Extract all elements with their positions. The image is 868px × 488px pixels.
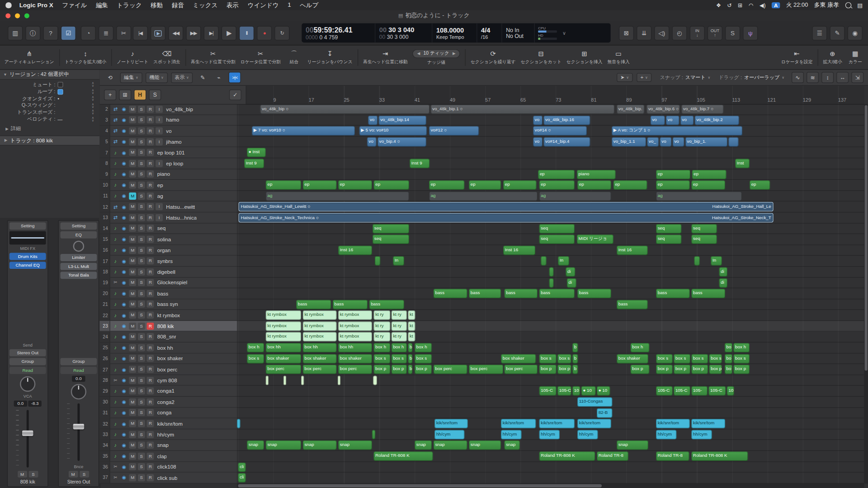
track-lane[interactable]: 82-B	[237, 408, 864, 418]
cut-section-button[interactable]: ⊟セクションをカット	[520, 50, 561, 65]
solo-button[interactable]: S	[138, 290, 145, 297]
region[interactable]: box s	[247, 354, 264, 363]
record-enable-button[interactable]: R	[146, 203, 154, 211]
region[interactable]: box s	[656, 354, 673, 363]
track-row[interactable]: 36✂◉MSRclick108	[99, 462, 237, 473]
region-parameter-row[interactable]: ループ :∧∨	[0, 88, 98, 95]
parameter-widget[interactable]	[57, 82, 63, 88]
region[interactable]: box s	[374, 354, 391, 363]
strip-mute-button[interactable]: M	[68, 471, 78, 478]
track-row[interactable]: 11♪◉MSRag	[99, 191, 237, 202]
track-power-button[interactable]: ◉	[121, 432, 127, 437]
region[interactable]: kt ry	[374, 310, 391, 320]
pan-knob[interactable]	[20, 376, 35, 392]
track-power-button[interactable]: ◉	[121, 388, 127, 394]
region[interactable]: bass	[656, 289, 690, 298]
region[interactable]: bass	[539, 289, 575, 298]
region[interactable]: Inst	[735, 159, 750, 168]
region[interactable]: vo_bip_1.	[685, 137, 727, 146]
track-power-button[interactable]: ◉	[121, 171, 127, 177]
region[interactable]: kt rymbox	[266, 310, 301, 320]
track-power-button[interactable]: ◉	[121, 160, 127, 166]
track-power-button[interactable]: ◉	[121, 117, 127, 122]
track-lane[interactable]: seqseqseqseq	[237, 223, 864, 234]
solo-button[interactable]: S	[138, 127, 145, 135]
region[interactable]: bass	[369, 300, 404, 309]
mute-button[interactable]: M	[129, 247, 136, 254]
solo-button[interactable]: S	[138, 268, 145, 276]
track-lane[interactable]: cli	[237, 473, 864, 483]
region[interactable]: box h	[415, 343, 432, 352]
mute-button[interactable]: M	[129, 160, 136, 167]
mute-button[interactable]: M	[129, 398, 136, 405]
record-enable-button[interactable]: R	[146, 117, 154, 124]
mute-button[interactable]: M	[129, 366, 136, 373]
track-lane[interactable]: seqseqMIDI リージョseqseq	[237, 234, 864, 245]
volume-fader[interactable]	[12, 409, 44, 469]
stepper-icon[interactable]: ∧∨	[92, 117, 94, 122]
mute-button[interactable]: M	[129, 463, 136, 470]
track-zoom-button[interactable]: ↕トラックを拡大/縮小	[65, 50, 106, 65]
region[interactable]: snap	[505, 441, 520, 450]
mute-button[interactable]: M	[129, 149, 136, 156]
move-playhead-button[interactable]: ⇥再生ヘッド位置に移動	[363, 50, 408, 65]
record-enable-button[interactable]: R	[146, 420, 154, 427]
region[interactable]: kt	[408, 332, 415, 342]
track-row[interactable]: 26♪◉MSRbox shaker	[99, 353, 237, 364]
region[interactable]: snap	[434, 441, 467, 450]
region[interactable]: kt ry	[374, 321, 391, 331]
region[interactable]: box h	[392, 343, 407, 352]
repeat-section-button[interactable]: ⟳セクションを繰り返す	[471, 50, 516, 65]
region[interactable]: box hh	[338, 343, 372, 352]
track-lane[interactable]: ● Inst	[237, 147, 864, 158]
region[interactable]: hh/cym	[501, 430, 521, 439]
region[interactable]: seq	[539, 235, 575, 244]
region[interactable]: 105-	[691, 386, 708, 396]
track-lane[interactable]: ▶ 7 vo: vo#10 ○▶ 5 vo: vo#10vo#12 ○vo#14…	[237, 126, 864, 136]
solo-button[interactable]: S	[138, 160, 145, 167]
region[interactable]: vo	[651, 115, 665, 125]
record-enable-button[interactable]: R	[146, 106, 154, 113]
solo-button[interactable]: S	[138, 322, 145, 329]
region[interactable]: Inst 16	[338, 245, 372, 255]
region[interactable]: bass	[691, 289, 725, 298]
region[interactable]: Inst 16	[503, 245, 535, 255]
region[interactable]: kt rymbox	[303, 310, 337, 320]
region[interactable]: vo_48k_bip.7 ○	[681, 104, 723, 114]
solo-button[interactable]: S	[138, 106, 145, 113]
nudge-value-stepper[interactable]: ◀10 ティック▶	[413, 49, 460, 58]
record-enable-button[interactable]: R	[146, 149, 154, 156]
nudge-decrement-icon[interactable]: ◀	[417, 52, 420, 56]
region[interactable]: ● 10	[597, 386, 610, 396]
track-lane[interactable]: bassbassbassbassbassbassbass	[237, 288, 864, 299]
record-enable-button[interactable]: R	[146, 127, 154, 135]
region[interactable]: vo#14_bip.4	[543, 137, 590, 146]
region[interactable]: kik/snr/tom	[577, 419, 611, 428]
region[interactable]: bass	[333, 300, 368, 309]
region[interactable]: box perc	[469, 365, 503, 374]
region[interactable]: ep	[613, 180, 647, 190]
region[interactable]: box p	[656, 365, 673, 374]
smart-controls-icon[interactable]: ◔	[81, 26, 96, 41]
track-lane[interactable]: box hbox hhbox hhbox hhbox hbox hbbox hb…	[237, 343, 864, 353]
solo-button[interactable]: S	[138, 366, 145, 373]
strip-plugin-button[interactable]: Tonal Bala	[60, 272, 97, 279]
region[interactable]: di	[719, 278, 727, 287]
split-playhead-button[interactable]: ✂再生ヘッド位置で分割	[191, 50, 236, 65]
secondary-tool-menu[interactable]: +∨	[637, 73, 651, 82]
region[interactable]: box s	[691, 354, 708, 363]
region-parameter-row[interactable]: トランスポーズ :∧∨	[0, 109, 98, 116]
strip-slot-button[interactable]: Setting	[9, 222, 46, 230]
region[interactable]: snap	[266, 441, 301, 450]
menubar-item[interactable]: ミックス	[193, 1, 217, 9]
track-row[interactable]: 16♪◉MSRorgan	[99, 245, 237, 256]
solo-button[interactable]: S	[138, 182, 145, 189]
region[interactable]	[338, 375, 340, 385]
region[interactable]: box p	[709, 365, 722, 374]
region[interactable]: box p	[733, 365, 750, 374]
region-parameter-row[interactable]: クオンタイズ :•∧∨	[0, 95, 98, 102]
track-power-button[interactable]: ◉	[121, 139, 127, 144]
region[interactable]: box p	[631, 365, 650, 374]
region[interactable]: box p	[415, 365, 432, 374]
record-enable-button[interactable]: R	[146, 333, 154, 340]
